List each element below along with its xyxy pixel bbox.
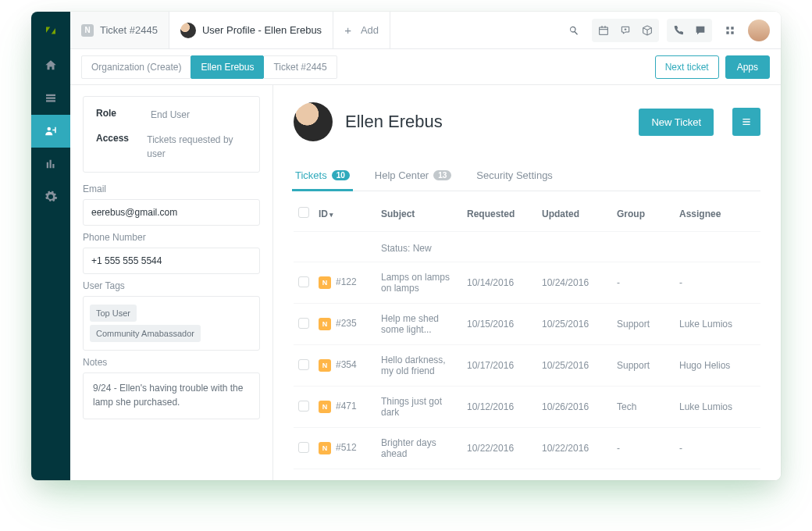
- ticket-status-badge-new: N: [319, 359, 331, 372]
- ticket-id: #354: [336, 359, 357, 370]
- col-header-group[interactable]: Group: [612, 196, 675, 232]
- nav-views[interactable]: [31, 82, 70, 115]
- col-header-id[interactable]: ID▾: [314, 196, 376, 232]
- home-icon: [44, 59, 58, 73]
- status-group-row: Status: New: [294, 232, 760, 262]
- role-label: Role: [96, 108, 151, 122]
- nav-customers[interactable]: [31, 115, 70, 148]
- gear-icon: [44, 190, 58, 204]
- ticket-requested: 10/15/2016: [462, 304, 537, 345]
- current-user-avatar[interactable]: [748, 20, 770, 41]
- phone-button[interactable]: [668, 20, 689, 41]
- profile-tab-help-center[interactable]: Help Center 13: [373, 162, 454, 191]
- email-field[interactable]: [83, 199, 260, 226]
- profile-tab-tickets[interactable]: Tickets 10: [294, 162, 351, 191]
- ticket-id: #512: [336, 442, 357, 453]
- ticket-assignee: Luke Lumios: [675, 387, 760, 428]
- ticket-subject: Hello darkness, my old friend: [376, 345, 462, 387]
- tab-label: Security Settings: [476, 169, 553, 181]
- nav-admin[interactable]: [31, 180, 70, 213]
- chat-icon: [694, 24, 707, 37]
- profile-body: Role End User Access Tickets requested b…: [70, 85, 781, 480]
- row-checkbox[interactable]: [298, 318, 309, 329]
- table-row[interactable]: N#354Hello darkness, my old friend10/17/…: [294, 345, 760, 387]
- col-header-assignee[interactable]: Assignee: [675, 196, 760, 232]
- ticket-requested: 10/22/2016: [462, 428, 537, 469]
- table-row[interactable]: N#122Lamps on lamps on lamps10/14/201610…: [294, 262, 760, 304]
- select-all-checkbox[interactable]: [298, 207, 309, 218]
- tab-label: Tickets: [295, 169, 327, 181]
- ticket-requested: 10/17/2016: [462, 345, 537, 387]
- ticket-updated: 10/22/2016: [537, 428, 612, 469]
- ticket-id: #122: [336, 276, 357, 287]
- chat-button[interactable]: [690, 20, 710, 41]
- row-checkbox[interactable]: [298, 401, 309, 412]
- apps-grid-button[interactable]: [720, 20, 740, 41]
- tab-label: Help Center: [375, 169, 429, 181]
- ticket-updated: 10/25/2016: [537, 304, 612, 345]
- tags-field[interactable]: Top User Community Amabassador: [83, 296, 260, 351]
- workspace-tabbar: N Ticket #2445 User Profile - Ellen Ereb…: [70, 12, 781, 49]
- profile-tab-security[interactable]: Security Settings: [475, 162, 554, 191]
- next-ticket-button[interactable]: Next ticket: [655, 55, 719, 79]
- ticket-subject: Brighter days ahead: [376, 428, 462, 469]
- row-checkbox[interactable]: [298, 359, 309, 370]
- col-header-updated[interactable]: Updated: [537, 196, 612, 232]
- phone-field[interactable]: [83, 248, 260, 274]
- main-column: N Ticket #2445 User Profile - Ellen Ereb…: [70, 12, 781, 480]
- nav-home[interactable]: [31, 49, 70, 82]
- comment-button[interactable]: [615, 20, 636, 41]
- user-tag[interactable]: Community Amabassador: [90, 325, 201, 342]
- table-row[interactable]: N#471Things just got dark10/12/201610/26…: [294, 387, 760, 428]
- context-tab-user[interactable]: Ellen Erebus: [191, 55, 264, 79]
- row-checkbox[interactable]: [298, 442, 309, 453]
- ticket-status-badge-new: N: [319, 401, 331, 413]
- col-header-requested[interactable]: Requested: [462, 196, 537, 232]
- ticket-status-badge-new: N: [319, 276, 331, 289]
- comm-tools: [667, 19, 712, 42]
- context-tab-ticket[interactable]: Ticket #2445: [263, 55, 337, 79]
- col-header-subject[interactable]: Subject: [376, 196, 462, 232]
- nav-reporting[interactable]: [31, 148, 70, 180]
- ticket-subject: Do you have a lighter?: [376, 469, 462, 481]
- ticket-group: -: [612, 428, 675, 469]
- status-group-label: Status: New: [376, 232, 760, 262]
- ticket-group: Support: [612, 345, 675, 387]
- table-row[interactable]: N#609Do you have a lighter?10/22/201610/…: [294, 469, 760, 481]
- row-checkbox[interactable]: [298, 276, 309, 287]
- apps-button[interactable]: Apps: [725, 55, 770, 79]
- grid-icon: [724, 24, 736, 37]
- tab-label: Ticket #2445: [100, 24, 158, 36]
- new-ticket-menu-button[interactable]: [732, 108, 760, 136]
- avatar: [180, 23, 196, 38]
- workspace-tab-ticket-2445[interactable]: N Ticket #2445: [70, 12, 169, 48]
- notes-field[interactable]: 9/24 - Ellen's having trouble with the l…: [83, 372, 260, 419]
- ticket-id: #471: [336, 401, 357, 412]
- workspace-tab-add[interactable]: + Add: [333, 12, 390, 48]
- ticket-subject: Help me shed some light...: [376, 304, 462, 345]
- access-value: Tickets requested by user: [147, 133, 247, 161]
- email-field-label: Email: [83, 184, 260, 194]
- context-tabs: Organization (Create) Ellen Erebus Ticke…: [70, 49, 781, 85]
- ticket-group: -: [612, 262, 675, 304]
- role-access-box: Role End User Access Tickets requested b…: [83, 96, 260, 173]
- table-row[interactable]: N#235Help me shed some light...10/15/201…: [294, 304, 760, 345]
- user-tag[interactable]: Top User: [90, 305, 137, 322]
- ticket-status-badge-new: N: [319, 318, 331, 330]
- users-icon: [44, 124, 58, 138]
- ticket-assignee: -: [675, 469, 760, 481]
- menu-icon: [740, 116, 753, 128]
- ticket-assignee: -: [675, 262, 760, 304]
- phone-field-label: Phone Number: [83, 232, 260, 243]
- avatar: [294, 102, 333, 141]
- calendar-button[interactable]: [593, 20, 614, 41]
- package-button[interactable]: [637, 20, 657, 41]
- ticket-updated: 10/24/2016: [537, 262, 612, 304]
- context-tab-organization[interactable]: Organization (Create): [81, 55, 191, 79]
- workspace-tab-user-profile[interactable]: User Profile - Ellen Erebus: [169, 12, 333, 48]
- table-row[interactable]: N#512Brighter days ahead10/22/201610/22/…: [294, 428, 760, 469]
- new-ticket-button[interactable]: New Ticket: [639, 109, 714, 136]
- user-content: Ellen Erebus New Ticket Tickets 10 Help …: [273, 85, 781, 480]
- ticket-group: -: [612, 469, 675, 481]
- search-button[interactable]: [564, 20, 584, 41]
